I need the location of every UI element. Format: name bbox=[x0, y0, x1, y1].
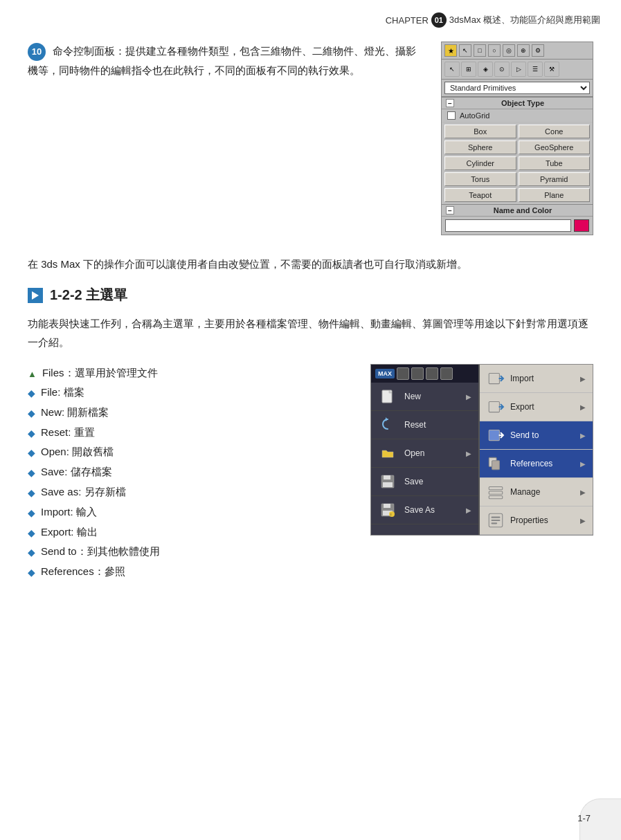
menu-open-label: Open bbox=[404, 448, 459, 458]
bullet-export: ◆ Export: 輸出 bbox=[28, 523, 357, 542]
menu-toolbar: MAX bbox=[371, 365, 478, 383]
light-icon[interactable]: ◎ bbox=[503, 44, 515, 57]
name-collapse-icon: − bbox=[446, 206, 454, 214]
panel-ui: ★ ↖ □ ○ ◎ ⊕ ⚙ ↖ ⊞ ◈ ⊙ ▷ ☰ ⚒ Standard Pri… bbox=[441, 42, 593, 235]
page-number: 1-7 bbox=[577, 813, 591, 823]
bullet-references: ◆ References：參照 bbox=[28, 563, 357, 581]
object-type-header[interactable]: − Object Type bbox=[442, 98, 593, 109]
menu-new-label: New bbox=[404, 392, 459, 401]
bullet-new: ◆ New: 開新檔案 bbox=[28, 403, 357, 422]
tab-display[interactable]: ☰ bbox=[528, 62, 543, 77]
bullet-save: ◆ Save: 儲存檔案 bbox=[28, 463, 357, 482]
menu-item-open[interactable]: Open ▶ bbox=[371, 439, 478, 468]
tab-utils[interactable]: ⚒ bbox=[544, 62, 559, 77]
properties-arrow: ▶ bbox=[580, 517, 586, 524]
submenu-manage[interactable]: Manage ▶ bbox=[480, 478, 593, 506]
bullet-text-1: New: 開新檔案 bbox=[41, 403, 109, 421]
heading-arrow-icon bbox=[28, 288, 43, 303]
primitives-dropdown[interactable]: Standard Primitives bbox=[444, 82, 590, 94]
plane-button[interactable]: Plane bbox=[519, 188, 591, 202]
wrench-icon[interactable]: ⚙ bbox=[532, 44, 544, 57]
diamond-icon-7: ◆ bbox=[28, 525, 35, 542]
cylinder-button[interactable]: Cylinder bbox=[444, 156, 516, 170]
pyramid-button[interactable]: Pyramid bbox=[519, 172, 591, 186]
open-icon bbox=[378, 444, 397, 463]
autogrid-checkbox[interactable] bbox=[447, 111, 456, 120]
bullet-reset: ◆ Reset: 重置 bbox=[28, 423, 357, 442]
bullet-text-4: Save: 儲存檔案 bbox=[41, 463, 112, 481]
sendto-icon bbox=[487, 426, 505, 444]
autogrid-row: AutoGrid bbox=[442, 109, 593, 122]
mini-icon-2[interactable] bbox=[411, 367, 424, 380]
tab-hier[interactable]: ⊙ bbox=[494, 62, 510, 77]
sphere-button[interactable]: Sphere bbox=[444, 140, 516, 154]
cursor-icon[interactable]: ↖ bbox=[459, 44, 471, 57]
svg-rect-3 bbox=[383, 482, 393, 487]
mini-icon-3[interactable] bbox=[426, 367, 438, 380]
diamond-icon-1: ◆ bbox=[28, 405, 35, 422]
tab-mod[interactable]: ◈ bbox=[478, 62, 493, 77]
manage-label: Manage bbox=[510, 487, 575, 497]
reset-icon bbox=[378, 415, 397, 435]
new-arrow: ▶ bbox=[466, 393, 471, 401]
tab-pointer[interactable]: ↖ bbox=[444, 62, 460, 77]
torus-button[interactable]: Torus bbox=[444, 172, 516, 186]
bullet-open: ◆ Open: 開啟舊檔 bbox=[28, 443, 357, 462]
name-input[interactable] bbox=[445, 219, 571, 232]
object-type-section: − Object Type AutoGrid Box Cone Sphere G… bbox=[442, 97, 593, 204]
cone-button[interactable]: Cone bbox=[519, 125, 591, 138]
max-logo: MAX bbox=[375, 369, 395, 378]
circle-icon[interactable]: ○ bbox=[488, 44, 501, 57]
references-arrow: ▶ bbox=[580, 460, 586, 468]
bullet-text-2: Reset: 重置 bbox=[41, 423, 95, 441]
menu-item-new[interactable]: New ▶ bbox=[371, 383, 478, 411]
section-122-heading: 1-2-2 主選單 bbox=[28, 286, 593, 304]
menu-item-save[interactable]: Save bbox=[371, 468, 478, 496]
section-10: 10 命令控制面板：提供建立各種物件類型，包含三維物件、二維物件、燈光、攝影機等… bbox=[28, 42, 593, 235]
tab-obj[interactable]: ⊞ bbox=[461, 62, 476, 77]
manage-icon bbox=[487, 483, 505, 501]
box-button[interactable]: Box bbox=[444, 125, 516, 138]
diamond-icon-0: ◆ bbox=[28, 385, 35, 402]
section-122-body: 功能表與快速工作列，合稱為主選單，主要用於各種檔案管理、物件編輯、動畫編輯、算圖… bbox=[28, 314, 593, 351]
mini-icon-1[interactable] bbox=[397, 367, 409, 380]
menu-item-saveas[interactable]: ! Save As ▶ bbox=[371, 496, 478, 524]
svg-rect-16 bbox=[489, 495, 503, 498]
export-label: Export bbox=[510, 402, 575, 412]
section-10-content: 命令控制面板：提供建立各種物件類型，包含三維物件、二維物件、燈光、攝影機等，同時… bbox=[28, 45, 416, 76]
submenu-references[interactable]: References ▶ bbox=[480, 450, 593, 478]
tube-button[interactable]: Tube bbox=[519, 156, 591, 170]
left-bullets: ▲ Files：選單用於管理文件 ◆ File: 檔案 ◆ New: 開新檔案 … bbox=[28, 364, 357, 583]
submenu-import[interactable]: Import ▶ bbox=[480, 365, 593, 393]
name-color-section: − Name and Color bbox=[442, 204, 593, 235]
color-swatch[interactable] bbox=[574, 219, 589, 232]
menu-ui: MAX New ▶ bbox=[370, 364, 593, 536]
section-number: 10 bbox=[28, 43, 46, 61]
submenu-sendto[interactable]: Send to ▶ bbox=[480, 421, 593, 450]
bullet-text-7: Export: 輸出 bbox=[41, 523, 98, 541]
star-icon[interactable]: ★ bbox=[444, 44, 457, 57]
mini-icon-4[interactable] bbox=[440, 367, 453, 380]
teapot-button[interactable]: Teapot bbox=[444, 188, 516, 202]
references-label: References bbox=[510, 459, 575, 468]
bullet-saveas: ◆ Save as: 另存新檔 bbox=[28, 483, 357, 502]
tab-motion[interactable]: ▷ bbox=[511, 62, 526, 77]
submenu-export[interactable]: Export ▶ bbox=[480, 393, 593, 421]
paragraph-1: 在 3ds Max 下的操作介面可以讓使用者自由改變位置，不需要的面板讀者也可自… bbox=[28, 255, 593, 273]
submenu-properties[interactable]: Properties ▶ bbox=[480, 506, 593, 535]
name-input-row bbox=[442, 217, 593, 235]
save-icon bbox=[378, 472, 397, 491]
menu-item-reset[interactable]: Reset bbox=[371, 411, 478, 439]
diamond-icon-9: ◆ bbox=[28, 565, 35, 581]
new-icon bbox=[378, 387, 397, 406]
menu-saveas-label: Save As bbox=[404, 505, 459, 515]
camera-icon[interactable]: ⊕ bbox=[517, 44, 530, 57]
dropdown-row: Standard Primitives bbox=[442, 80, 593, 97]
sendto-arrow: ▶ bbox=[580, 432, 586, 439]
menu-left: MAX New ▶ bbox=[371, 365, 478, 535]
bullet-file: ◆ File: 檔案 bbox=[28, 383, 357, 402]
collapse-icon: − bbox=[446, 99, 454, 107]
geosphere-button[interactable]: GeoSphere bbox=[519, 140, 591, 154]
box-icon[interactable]: □ bbox=[474, 44, 486, 57]
name-color-header[interactable]: − Name and Color bbox=[442, 205, 593, 217]
